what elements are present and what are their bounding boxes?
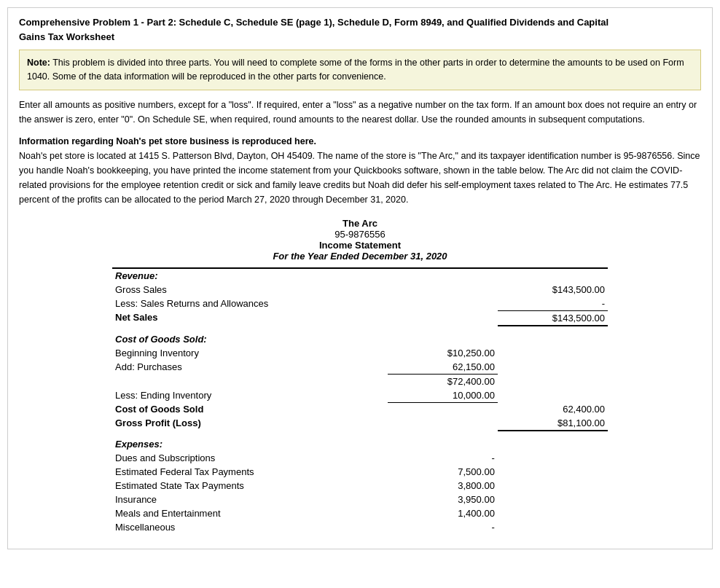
subtotal-amount: $72,400.00 [388,374,498,388]
info-title: Information regarding Noah's pet store b… [19,134,701,149]
misc-amount: - [388,520,498,534]
meals-label: Meals and Entertainment [112,506,388,520]
info-section: Information regarding Noah's pet store b… [19,134,701,207]
beginning-inventory-amount: $10,250.00 [388,346,498,360]
dues-label: Dues and Subscriptions [112,451,388,465]
est-federal-amount: 7,500.00 [388,465,498,479]
est-federal-row: Estimated Federal Tax Payments 7,500.00 [112,465,608,479]
add-purchases-row: Add: Purchases 62,150.00 [112,360,608,375]
est-federal-label: Estimated Federal Tax Payments [112,465,388,479]
gross-profit-row: Gross Profit (Loss) $81,100.00 [112,416,608,431]
ein: 95-9876556 [112,229,608,240]
expenses-label: Expenses: [112,437,388,451]
note-box: Note: This problem is divided into three… [19,50,701,90]
gross-profit-label: Gross Profit (Loss) [112,416,388,431]
dues-row: Dues and Subscriptions - [112,451,608,465]
note-label: Note: [27,58,50,68]
insurance-row: Insurance 3,950.00 [112,493,608,506]
meals-amount: 1,400.00 [388,506,498,520]
beginning-inventory-label: Beginning Inventory [112,346,388,360]
sales-returns-amount: - [498,297,608,311]
beginning-inventory-row: Beginning Inventory $10,250.00 [112,346,608,360]
revenue-label: Revenue: [112,269,388,283]
gross-sales-amount: $143,500.00 [498,283,608,297]
add-purchases-label: Add: Purchases [112,360,388,375]
misc-label: Miscellaneous [112,520,388,534]
insurance-label: Insurance [112,493,388,506]
subtotal-row: $72,400.00 [112,374,608,388]
is-period: For the Year Ended December 31, 2020 [112,251,608,262]
main-container: Comprehensive Problem 1 - Part 2: Schedu… [7,7,713,549]
net-sales-amount: $143,500.00 [498,310,608,326]
add-purchases-amount: 62,150.00 [388,360,498,375]
is-table: Revenue: Gross Sales $143,500.00 Less: S… [112,267,608,535]
meals-row: Meals and Entertainment 1,400.00 [112,506,608,520]
gross-sales-label: Gross Sales [112,283,388,297]
page-title: Comprehensive Problem 1 - Part 2: Schedu… [19,15,701,44]
insurance-amount: 3,950.00 [388,493,498,506]
income-statement: The Arc 95-9876556 Income Statement For … [112,218,608,535]
is-header: The Arc 95-9876556 Income Statement For … [112,218,608,262]
net-sales-label: Net Sales [112,310,388,326]
ending-inventory-row: Less: Ending Inventory 10,000.00 [112,388,608,403]
info-paragraph: Noah's pet store is located at 1415 S. P… [19,149,701,207]
company-name: The Arc [112,218,608,229]
title-line1: Comprehensive Problem 1 - Part 2: Schedu… [19,17,609,28]
est-state-row: Estimated State Tax Payments 3,800.00 [112,479,608,493]
sales-returns-label: Less: Sales Returns and Allowances [112,297,388,311]
est-state-amount: 3,800.00 [388,479,498,493]
sales-returns-row: Less: Sales Returns and Allowances - [112,297,608,311]
cogs-section-label: Cost of Goods Sold: [112,332,388,346]
gross-sales-row: Gross Sales $143,500.00 [112,283,608,297]
net-sales-row: Net Sales $143,500.00 [112,310,608,326]
ending-inventory-amount: 10,000.00 [388,388,498,403]
title-line2: Gains Tax Worksheet [19,31,114,42]
cogs-amount: 62,400.00 [498,402,608,416]
revenue-header-row: Revenue: [112,269,608,283]
cogs-label: Cost of Goods Sold [112,402,388,416]
ending-inventory-label: Less: Ending Inventory [112,388,388,403]
est-state-label: Estimated State Tax Payments [112,479,388,493]
gross-profit-amount: $81,100.00 [498,416,608,431]
cogs-total-row: Cost of Goods Sold 62,400.00 [112,402,608,416]
instructions-text: Enter all amounts as positive numbers, e… [19,98,701,127]
dues-amount: - [388,451,498,465]
misc-row: Miscellaneous - [112,520,608,534]
note-text: This problem is divided into three parts… [27,58,684,82]
cogs-section-row: Cost of Goods Sold: [112,332,608,346]
expenses-header-row: Expenses: [112,437,608,451]
is-title: Income Statement [112,240,608,251]
